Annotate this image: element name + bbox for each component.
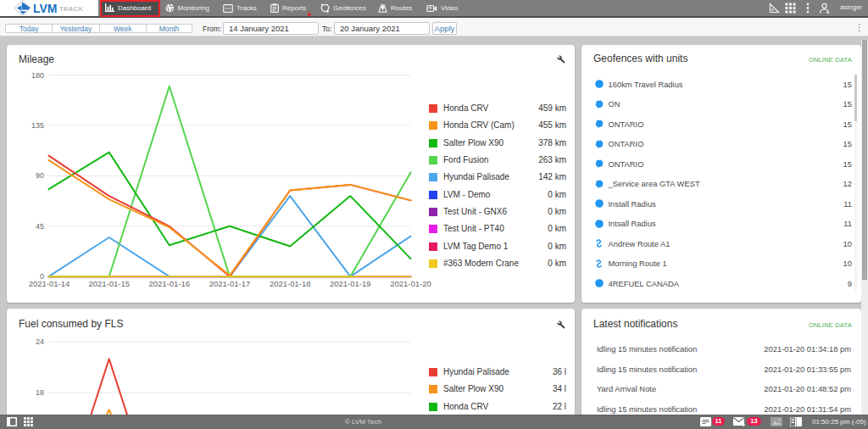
svg-text:135: 135 xyxy=(31,121,44,130)
svg-text:2021-01-15: 2021-01-15 xyxy=(88,279,130,288)
svg-text:90: 90 xyxy=(36,171,44,180)
svg-text:2021-01-17: 2021-01-17 xyxy=(209,279,251,288)
svg-text:2021-01-14: 2021-01-14 xyxy=(29,279,70,288)
svg-text:2021-01-16: 2021-01-16 xyxy=(148,279,190,288)
svg-text:2021-01-18: 2021-01-18 xyxy=(270,279,311,288)
svg-text:24: 24 xyxy=(36,337,44,346)
svg-text:2021-01-19: 2021-01-19 xyxy=(330,279,371,288)
svg-text:45: 45 xyxy=(36,222,44,231)
svg-text:180: 180 xyxy=(31,71,44,80)
svg-text:2021-01-20: 2021-01-20 xyxy=(390,279,431,288)
svg-text:18: 18 xyxy=(36,388,44,397)
